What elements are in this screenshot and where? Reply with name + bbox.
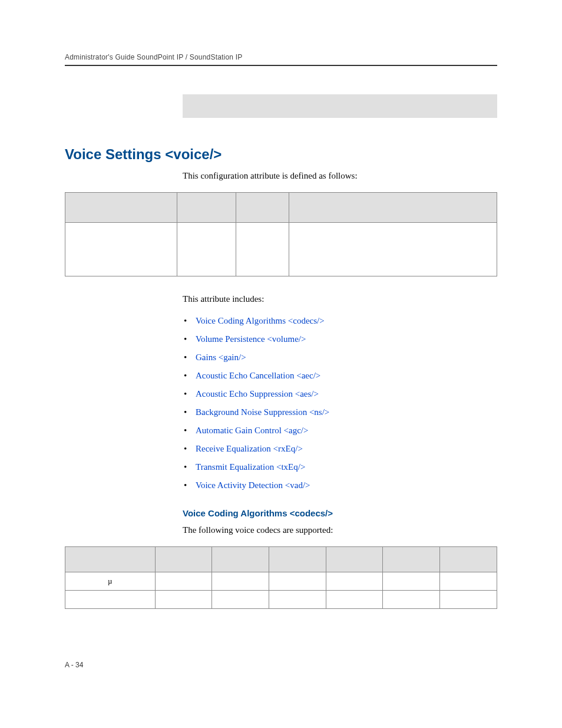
table-header-cell xyxy=(65,546,156,572)
list-item: Receive Equalization <rxEq/> xyxy=(183,444,497,454)
table-header-cell xyxy=(212,546,269,572)
list-item: Voice Activity Detection <vad/> xyxy=(183,480,497,490)
intro-paragraph: This configuration attribute is defined … xyxy=(183,170,497,182)
table-header-row xyxy=(65,193,497,223)
table-header-cell xyxy=(383,546,440,572)
table-cell xyxy=(177,223,236,276)
table-cell xyxy=(212,590,269,608)
table-cell xyxy=(269,572,326,590)
attribute-table xyxy=(65,192,497,276)
table-cell xyxy=(326,590,383,608)
link-txeq[interactable]: Transmit Equalization <txEq/> xyxy=(196,462,305,472)
table-header-cell xyxy=(289,193,497,223)
table-cell xyxy=(440,590,497,608)
link-gain[interactable]: Gains <gain/> xyxy=(196,353,246,362)
subsection-intro: The following voice codecs are supported… xyxy=(183,524,497,536)
list-item: Voice Coding Algorithms <codecs/> xyxy=(183,316,497,326)
link-codecs[interactable]: Voice Coding Algorithms <codecs/> xyxy=(196,316,325,325)
list-item: Transmit Equalization <txEq/> xyxy=(183,462,497,472)
running-header: Administrator's Guide SoundPoint IP / So… xyxy=(65,53,497,66)
link-volume[interactable]: Volume Persistence <volume/> xyxy=(196,334,306,344)
table-cell xyxy=(440,572,497,590)
table-cell xyxy=(155,590,212,608)
link-aes[interactable]: Acoustic Echo Suppression <aes/> xyxy=(196,389,319,398)
list-item: Gains <gain/> xyxy=(183,353,497,363)
table-row xyxy=(65,223,497,276)
table-header-cell xyxy=(326,546,383,572)
list-item: Background Noise Suppression <ns/> xyxy=(183,407,497,417)
table-cell-mu: µ xyxy=(65,572,156,590)
table-cell xyxy=(383,590,440,608)
link-vad[interactable]: Voice Activity Detection <vad/> xyxy=(196,480,310,490)
page-number: A - 34 xyxy=(65,661,83,669)
list-item: Acoustic Echo Cancellation <aec/> xyxy=(183,371,497,381)
link-agc[interactable]: Automatic Gain Control <agc/> xyxy=(196,426,308,435)
after-table-paragraph: This attribute includes: xyxy=(183,293,497,305)
link-list: Voice Coding Algorithms <codecs/> Volume… xyxy=(183,316,497,490)
table-cell xyxy=(65,590,156,608)
table-cell xyxy=(155,572,212,590)
link-ns[interactable]: Background Noise Suppression <ns/> xyxy=(196,407,329,417)
table-row: µ xyxy=(65,572,497,590)
table-header-cell xyxy=(269,546,326,572)
table-cell xyxy=(269,590,326,608)
table-row xyxy=(65,590,497,608)
table-header-cell xyxy=(65,193,177,223)
section-title: Voice Settings <voice/> xyxy=(65,146,497,163)
table-cell xyxy=(289,223,497,276)
table-cell xyxy=(212,572,269,590)
list-item: Volume Persistence <volume/> xyxy=(183,334,497,344)
list-item: Acoustic Echo Suppression <aes/> xyxy=(183,389,497,399)
subsection-title: Voice Coding Algorithms <codecs/> xyxy=(183,508,497,518)
table-cell xyxy=(326,572,383,590)
table-header-cell xyxy=(236,193,289,223)
link-rxeq[interactable]: Receive Equalization <rxEq/> xyxy=(196,444,303,453)
table-header-cell xyxy=(155,546,212,572)
table-header-row xyxy=(65,546,497,572)
table-header-cell xyxy=(440,546,497,572)
table-header-cell xyxy=(177,193,236,223)
table-cell xyxy=(236,223,289,276)
table-cell xyxy=(383,572,440,590)
grey-bar xyxy=(183,94,497,118)
link-aec[interactable]: Acoustic Echo Cancellation <aec/> xyxy=(196,371,320,380)
table-cell xyxy=(65,223,177,276)
codec-table: µ xyxy=(65,546,497,609)
list-item: Automatic Gain Control <agc/> xyxy=(183,426,497,436)
